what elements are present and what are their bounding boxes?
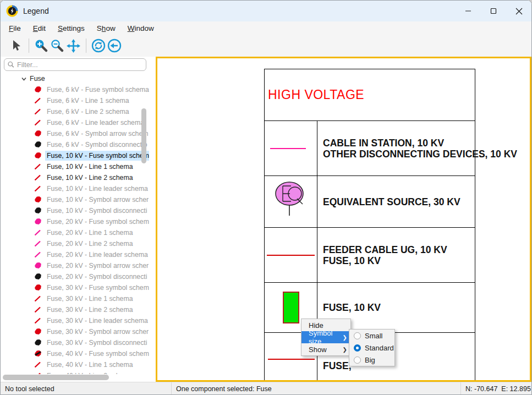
submenu-item-small[interactable]: Small <box>349 330 394 342</box>
legend-row: FEEDER CABLE UG, 10 KVFUSE, 10 KV <box>265 228 475 283</box>
tree-vertical-scrollbar[interactable] <box>141 108 146 163</box>
line-symbol-icon <box>34 108 42 116</box>
radio-checked-icon[interactable] <box>354 344 361 352</box>
fuse-symbol-icon <box>34 218 42 226</box>
back-button[interactable] <box>107 38 122 53</box>
tree-item[interactable]: Fuse, 6 kV - Line 2 schema <box>1 106 149 117</box>
submenu-item-big[interactable]: Big <box>349 354 394 366</box>
tree-item[interactable]: Fuse, 6 kV - Line leader schema <box>1 117 149 128</box>
fuse-symbol-icon <box>34 328 42 336</box>
submenu-item-label: Standard <box>365 344 394 352</box>
tree-item[interactable]: Fuse, 20 kV - Line leader schema <box>1 249 149 260</box>
tree-item[interactable]: Fuse, 20 kV - Symbol arrow scher <box>1 260 149 271</box>
tree-item[interactable]: Fuse, 6 kV - Symbol disconnectio <box>1 139 149 150</box>
menu-settings[interactable]: Settings <box>58 24 85 32</box>
status-tool: No tool selected <box>1 385 171 393</box>
tree-item-label: Fuse, 30 kV - Line 1 schema <box>45 294 135 304</box>
tree-item[interactable]: Fuse, 30 kV - Line 2 schema <box>1 304 149 315</box>
tree-item-label: Fuse, 6 kV - Line leader schema <box>45 118 146 128</box>
tree-item[interactable]: Fuse, 40 kV - Fuse symbol schem <box>1 348 149 359</box>
tree-item[interactable]: Fuse, 10 kV - Line 1 schema <box>1 161 149 172</box>
zoom-out-button[interactable] <box>50 38 65 53</box>
line-symbol-icon <box>34 251 42 259</box>
tree-item[interactable]: Fuse, 20 kV - Line 1 schema <box>1 227 149 238</box>
component-tree-panel: FuseFuse, 6 kV - Fuse symbol schemaFuse,… <box>1 57 155 382</box>
tree-item[interactable]: Fuse, 10 kV - Fuse symbol schem <box>1 150 149 161</box>
radio-unchecked-icon[interactable] <box>354 356 361 364</box>
tree-item[interactable]: Fuse, 40 kV - Line 2 schema <box>1 370 149 374</box>
menu-edit[interactable]: Edit <box>33 24 46 32</box>
context-menu: HideSymbol size❯Show❯ <box>301 319 351 356</box>
status-selection: One component selected: Fuse <box>172 385 460 393</box>
tree-item[interactable]: Fuse, 20 kV - Fuse symbol schem <box>1 216 149 227</box>
tree-item[interactable]: Fuse, 20 kV - Symbol disconnecti <box>1 271 149 282</box>
tree-item-label: Fuse, 30 kV - Fuse symbol schem <box>45 283 149 293</box>
context-menu-item-symbol-size[interactable]: Symbol size❯ <box>301 331 350 343</box>
tree-horizontal-scrollbar[interactable] <box>3 375 109 380</box>
tree-item-label: Fuse, 20 kV - Symbol arrow scher <box>45 261 149 271</box>
fuse-symbol-icon <box>34 207 42 215</box>
tree-item[interactable]: Fuse, 30 kV - Line leader schema <box>1 315 149 326</box>
maximize-button[interactable] <box>481 1 506 21</box>
tree-item-label: Fuse, 40 kV - Line 1 schema <box>45 360 135 370</box>
tree-item[interactable]: Fuse, 6 kV - Fuse symbol schema <box>1 84 149 95</box>
feeder-cable-line-symbol <box>265 228 317 282</box>
pan-button[interactable] <box>65 38 81 53</box>
fuse-symbol-icon <box>34 339 42 347</box>
close-button[interactable] <box>506 1 531 21</box>
status-bar: No tool selected One component selected:… <box>1 382 531 395</box>
toolbar-separator <box>29 39 29 53</box>
tree-item[interactable]: Fuse, 10 kV - Symbol disconnecti <box>1 205 149 216</box>
chevron-down-icon[interactable] <box>21 76 27 82</box>
tree-item[interactable]: Fuse, 6 kV - Line 1 schema <box>1 95 149 106</box>
menu-window[interactable]: Window <box>128 24 154 32</box>
tree-item[interactable]: Fuse, 6 kV - Symbol arrow schem <box>1 128 149 139</box>
select-cursor-button[interactable] <box>8 38 24 53</box>
context-menu-item-show[interactable]: Show❯ <box>301 343 350 355</box>
menu-file[interactable]: File <box>9 24 21 32</box>
fuse-symbol-icon <box>34 196 42 204</box>
filter-input[interactable] <box>17 61 142 69</box>
tree-item-label: Fuse, 10 kV - Line leader schema <box>45 184 149 194</box>
line-symbol-icon <box>34 295 42 303</box>
tree-item[interactable]: Fuse, 30 kV - Symbol disconnecti <box>1 337 149 348</box>
component-tree: FuseFuse, 6 kV - Fuse symbol schemaFuse,… <box>1 73 149 374</box>
fuse-symbol-icon <box>34 284 42 292</box>
tree-item-label: Fuse, 30 kV - Line 2 schema <box>45 305 135 315</box>
tree-item[interactable]: Fuse, 40 kV - Line 1 schema <box>1 359 149 370</box>
line-symbol-icon <box>34 185 42 193</box>
tree-item-label: Fuse, 20 kV - Symbol disconnecti <box>45 272 149 282</box>
tree-item[interactable]: Fuse, 10 kV - Line 2 schema <box>1 172 149 183</box>
refresh-button[interactable] <box>91 38 106 53</box>
menubar: FileEditSettingsShowWindow <box>1 21 531 35</box>
search-icon <box>8 61 14 68</box>
tree-item-label: Fuse, 30 kV - Symbol arrow scher <box>45 327 149 337</box>
tree-item[interactable]: Fuse, 30 kV - Symbol arrow scher <box>1 326 149 337</box>
tree-item[interactable]: Fuse, 10 kV - Symbol arrow scher <box>1 194 149 205</box>
legend-row: FUSE, 10 KV <box>265 283 475 333</box>
tree-item[interactable]: Fuse, 10 kV - Line leader schema <box>1 183 149 194</box>
tree-item[interactable]: Fuse, 30 kV - Line 1 schema <box>1 293 149 304</box>
symbol-size-submenu: SmallStandardBig <box>349 329 395 366</box>
minimize-button[interactable] <box>456 1 481 21</box>
tree-root-fuse[interactable]: Fuse <box>1 73 149 84</box>
submenu-arrow-icon: ❯ <box>343 334 347 341</box>
tree-item-label: Fuse, 10 kV - Symbol disconnecti <box>45 206 149 216</box>
tree-item-label: Fuse, 20 kV - Line leader schema <box>45 250 149 260</box>
tree-item-label: Fuse, 40 kV - Line 2 schema <box>45 371 135 374</box>
line-symbol-icon <box>34 361 42 369</box>
legend-row-text: FEEDER CABLE UG, 10 KVFUSE, 10 KV <box>317 228 475 282</box>
tree-item[interactable]: Fuse, 30 kV - Fuse symbol schem <box>1 282 149 293</box>
fuse-symbol-icon <box>34 262 42 270</box>
app-logo-icon <box>6 5 18 17</box>
tree-item[interactable]: Fuse, 20 kV - Line 2 schema <box>1 238 149 249</box>
menu-show[interactable]: Show <box>97 24 116 32</box>
tree-root-label: Fuse <box>30 75 45 83</box>
zoom-in-button[interactable] <box>34 38 49 53</box>
line-symbol-icon <box>34 97 42 105</box>
context-menu-item-label: Hide <box>309 321 323 330</box>
submenu-item-standard[interactable]: Standard <box>349 342 394 354</box>
app-window: Legend FileEditSettingsShowWindow FuseFu… <box>0 0 532 395</box>
radio-unchecked-icon[interactable] <box>354 332 361 339</box>
tree-item-label: Fuse, 6 kV - Line 1 schema <box>45 96 131 106</box>
